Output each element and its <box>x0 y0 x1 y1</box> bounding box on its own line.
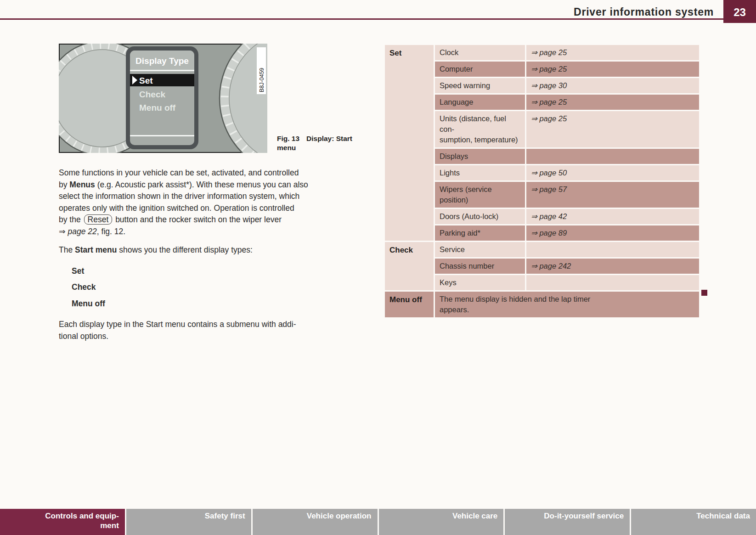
table-page-ref[interactable]: ⇒ page 242 <box>526 259 699 274</box>
paragraph-text: , fig. 12. <box>97 227 125 236</box>
body-text-column: Some functions in your vehicle can be se… <box>59 167 364 349</box>
list-item-set: Set <box>72 265 364 277</box>
display-item-check: Check <box>139 90 165 99</box>
page-number-badge: 23 <box>723 0 756 23</box>
paragraph-start-menu: The Start menu shows you the different d… <box>59 244 364 256</box>
footer-tab[interactable]: Controls and equip- ment <box>0 509 125 535</box>
header-rule <box>0 18 756 20</box>
table-page-ref[interactable]: ⇒ page 89 <box>526 225 699 241</box>
table-item-cell: Units (distance, fuel con- sumption, tem… <box>435 111 525 147</box>
display-item-menu-off: Menu off <box>139 103 176 113</box>
table-page-ref[interactable]: ⇒ page 25 <box>526 45 699 60</box>
table-item-cell: Service <box>435 242 525 257</box>
center-display: Display Type Set Check Menu off <box>126 46 198 149</box>
display-item-set: Set <box>139 76 153 85</box>
table-group-label: Set <box>385 45 434 241</box>
page-title: Driver information system <box>574 6 714 18</box>
reset-button-label: Reset <box>84 214 113 225</box>
paragraph-submenu: Each display type in the Start menu cont… <box>59 319 364 342</box>
list-item-check: Check <box>72 282 364 293</box>
table-page-ref[interactable]: ⇒ page 25 <box>526 62 699 77</box>
table-page-ref <box>526 149 699 164</box>
display-type-list: Set Check Menu off <box>72 265 364 310</box>
table-item-cell: Doors (Auto-lock) <box>435 209 525 224</box>
table-page-ref[interactable]: ⇒ page 25 <box>526 111 699 147</box>
table-page-ref <box>526 275 699 290</box>
table-item-cell: Chassis number <box>435 259 525 274</box>
cross-reference[interactable]: page 22 <box>68 227 97 236</box>
section-end-marker <box>701 290 707 296</box>
table-page-ref[interactable]: ⇒ page 25 <box>526 95 699 110</box>
arrow-glyph: ⇒ <box>59 227 68 236</box>
table-item-cell: Clock <box>435 45 525 60</box>
footer-tab[interactable]: Technical data <box>631 509 756 535</box>
figure-caption: Fig. 13Display: Start menu <box>277 134 371 152</box>
table-page-ref <box>526 242 699 257</box>
footer-tab[interactable]: Vehicle operation <box>253 509 378 535</box>
display-title: Display Type <box>135 56 189 66</box>
cluster-illustration: Display Type Set Check Menu off B8J-0459 <box>59 44 267 153</box>
table-merged-cell: The menu display is hidden and the lap t… <box>435 292 699 317</box>
table-item-cell: Wipers (service position) <box>435 182 525 208</box>
table-page-ref[interactable]: ⇒ page 30 <box>526 78 699 93</box>
table-page-ref[interactable]: ⇒ page 50 <box>526 165 699 180</box>
table-group-label: Menu off <box>385 292 434 317</box>
paragraph-text: The <box>59 245 75 254</box>
table-page-ref[interactable]: ⇒ page 57 <box>526 182 699 208</box>
table-item-cell: Displays <box>435 149 525 164</box>
figure-code-strip: B8J-0459 <box>257 47 266 94</box>
footer-section-bar: Controls and equip- mentSafety firstVehi… <box>0 509 756 535</box>
paragraph-text: button and the rocker switch on the wipe… <box>113 215 282 224</box>
paragraph-intro: Some functions in your vehicle can be se… <box>59 167 364 237</box>
menus-bold: Menus <box>69 180 95 189</box>
table-item-cell: Computer <box>435 62 525 77</box>
table-item-cell: Language <box>435 95 525 110</box>
table-item-cell: Speed warning <box>435 78 525 93</box>
instrument-cluster-figure: Display Type Set Check Menu off B8J-0459 <box>59 44 267 153</box>
table-item-cell: Parking aid* <box>435 225 525 241</box>
manual-page: Driver information system 23 <box>0 0 756 535</box>
footer-tab[interactable]: Do-it-yourself service <box>505 509 630 535</box>
menu-table: SetClock⇒ page 25Computer⇒ page 25Speed … <box>385 45 699 317</box>
table-group-label: Check <box>385 242 434 290</box>
list-item-menu-off: Menu off <box>72 298 364 310</box>
footer-tab[interactable]: Vehicle care <box>379 509 504 535</box>
start-menu-bold: Start menu <box>75 245 117 254</box>
figure-code: B8J-0459 <box>259 68 265 92</box>
table-item-cell: Keys <box>435 275 525 290</box>
table-page-ref[interactable]: ⇒ page 42 <box>526 209 699 224</box>
footer-tab[interactable]: Safety first <box>126 509 251 535</box>
paragraph-text: shows you the different display types: <box>117 245 252 254</box>
table-item-cell: Lights <box>435 165 525 180</box>
figure-number: Fig. 13 <box>277 135 299 142</box>
